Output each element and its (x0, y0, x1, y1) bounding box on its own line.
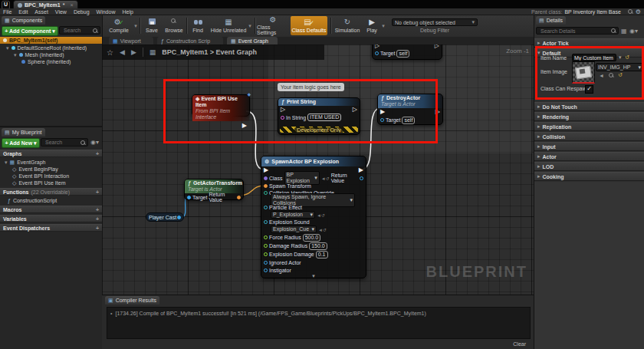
explosion-damage-value[interactable]: 0.1 (316, 251, 328, 258)
play-options-chevron-icon[interactable]: ▾ (381, 16, 386, 35)
menu-view[interactable]: View (55, 9, 67, 15)
variables-section-header[interactable]: Variables+ (0, 215, 102, 222)
section-input[interactable]: ▸Input (534, 142, 644, 151)
sound-dropdown[interactable]: Explosion_Cue▾ (271, 226, 317, 233)
edit-class-icon[interactable]: ⚙ (636, 8, 641, 15)
menu-debug[interactable]: Debug (74, 9, 90, 15)
component-row-scene-root[interactable]: ▾ DefaultSceneRoot (Inherited) (0, 44, 102, 51)
class-browse-reset-icons[interactable]: ◄↺ (321, 176, 330, 181)
force-radius-value[interactable]: 500.0 (303, 234, 321, 242)
actor-pin[interactable] (264, 268, 268, 272)
transform-pin[interactable] (264, 184, 268, 188)
exec-out-pin[interactable]: ▶ (359, 167, 363, 173)
exec-out-pin[interactable]: ▶ (242, 123, 247, 129)
float-pin[interactable] (264, 244, 268, 248)
details-search[interactable] (536, 27, 619, 35)
add-new-button[interactable]: + Add New▾ (2, 138, 40, 148)
compile-options-chevron-icon[interactable]: ▾ (133, 16, 138, 35)
exec-out-pin[interactable]: ▷ (353, 107, 357, 113)
event-bpi-interaction-item[interactable]: ◇ Event BPI Interaction (0, 173, 102, 179)
my-blueprint-panel-tab[interactable]: ▤ My Blueprint (2, 128, 45, 137)
collapse-arrow-icon[interactable]: ▾ (14, 52, 17, 58)
self-value-box[interactable]: self (396, 50, 409, 58)
property-matrix-icon[interactable]: ▦ (621, 28, 627, 35)
clear-log-button[interactable]: Clear (513, 341, 526, 347)
compiler-results-tab[interactable]: ▣ Compiler Results (105, 296, 159, 305)
reset-to-default-icon[interactable]: ↺ (625, 54, 629, 61)
section-actor[interactable]: ▸Actor (534, 152, 644, 161)
node-player-cast-variable[interactable]: Player Cast (146, 212, 184, 222)
browse-button[interactable]: Browse (163, 16, 185, 35)
details-search-input[interactable] (539, 28, 603, 35)
event-begin-play-item[interactable]: ◇ Event BeginPlay (0, 166, 102, 173)
enum-pin[interactable] (264, 191, 268, 195)
asset-browse-reset-icons[interactable]: ◄↺ (317, 212, 325, 218)
reset-to-default-icon[interactable]: ↺ (618, 72, 623, 78)
tab-construction-script[interactable]: ƒ Construction Scrip (157, 37, 223, 44)
components-search[interactable] (59, 26, 100, 35)
menu-file[interactable]: File (3, 9, 12, 15)
back-arrow-icon[interactable]: ◀ (120, 48, 125, 56)
search-icon[interactable] (628, 9, 632, 14)
string-pin[interactable] (281, 116, 284, 120)
exec-out-pin[interactable]: ▷ (435, 109, 440, 115)
favorite-star-icon[interactable]: ☆ (107, 48, 113, 57)
section-cooking[interactable]: ▸Cooking (534, 172, 644, 181)
item-name-input[interactable] (574, 55, 614, 61)
tab-viewport[interactable]: ▦ Viewport (109, 37, 153, 44)
class-settings-button[interactable]: ⚙ Class Settings (257, 16, 289, 35)
section-replication[interactable]: ▸Replication (534, 122, 644, 131)
class-can-respawn-checkbox[interactable]: ✓ (585, 85, 593, 94)
forward-arrow-icon[interactable]: ▶ (131, 48, 136, 56)
section-actor-tick[interactable]: ▸ Actor Tick (534, 38, 644, 48)
tab-event-graph[interactable]: ▦ Event Graph (227, 37, 278, 44)
object-out-pin[interactable] (177, 216, 181, 219)
exec-pin[interactable]: ▷ (435, 44, 439, 49)
section-do-not-touch[interactable]: ▸Do Not Touch (534, 102, 644, 111)
section-lod[interactable]: ▸LOD (534, 162, 644, 171)
my-blueprint-search-input[interactable] (44, 139, 80, 146)
float-pin[interactable] (264, 235, 268, 239)
hide-unrelated-chevron-icon[interactable]: ▾ (248, 16, 252, 35)
event-bpi-use-item-item[interactable]: ◇ Event BPI Use Item (0, 179, 102, 186)
node-print-string[interactable]: ƒ Print String ▷ ▷ In String ITEM USED D… (278, 97, 360, 135)
asset-browse-reset-icons[interactable]: ◄↺ (318, 227, 327, 232)
panel-divider[interactable] (0, 126, 102, 127)
object-pin[interactable] (375, 51, 379, 55)
add-dispatcher-icon[interactable]: + (96, 226, 99, 231)
my-blueprint-search[interactable] (41, 138, 88, 147)
node-event-bpi-use-item[interactable]: ◆ ◈Event BPI Use Item From BPI Item Inte… (192, 94, 250, 117)
menu-edit[interactable]: Edit (18, 9, 28, 15)
item-image-thumbnail[interactable] (572, 61, 595, 84)
compile-button[interactable]: ⚙✓ Compile (106, 16, 132, 35)
menu-asset[interactable]: Asset (34, 9, 48, 15)
add-component-button[interactable]: + Add Component▾ (2, 26, 58, 36)
expand-arrow-icon[interactable]: ▾ (5, 160, 8, 165)
self-value-box[interactable]: self (402, 117, 415, 124)
node-spawn-actor-bp-explosion[interactable]: ⚙ SpawnActor BP Explosion ▶ ▶ Class BP E… (261, 156, 366, 278)
construction-script-item[interactable]: ƒ ConstructionScript (0, 197, 102, 204)
float-pin[interactable] (264, 252, 268, 256)
event-graph-canvas[interactable]: BLUEPRINT ☆ ◀ ▶ ▦ BPC_MyItem1 > Event Gr… (102, 44, 534, 295)
components-search-input[interactable] (62, 27, 93, 34)
exec-in-pin[interactable]: ▶ (264, 167, 268, 173)
exec-in-pin[interactable]: ▶ (380, 109, 385, 115)
collapse-node-arrow-icon[interactable]: ▼ (261, 274, 366, 278)
simulation-button[interactable]: ↻ Simulation (333, 16, 362, 35)
functions-section-header[interactable]: Functions (22 Overridable) + (0, 188, 102, 196)
damage-radius-value[interactable]: 150.0 (309, 242, 327, 250)
section-collision[interactable]: ▸Collision (534, 132, 644, 141)
debug-object-dropdown[interactable]: No debug object selected ▾ (392, 18, 478, 26)
add-function-icon[interactable]: + (96, 189, 99, 195)
target-pin[interactable] (187, 196, 191, 199)
collapse-arrow-icon[interactable]: ▾ (6, 45, 9, 51)
play-button[interactable]: ▶ Play (363, 16, 380, 35)
actor-pin[interactable] (264, 261, 268, 265)
save-button[interactable]: Save (143, 16, 161, 35)
component-row-sphere[interactable]: Sphere (Inherited) (0, 58, 102, 65)
node-top-partial[interactable]: ▷ ▷ Target self (372, 44, 442, 60)
component-row-mesh[interactable]: ▾ Mesh (Inherited) (0, 51, 102, 58)
item-image-asset-dropdown[interactable]: INV_IMG_HP▾ (596, 63, 643, 71)
node-get-actor-transform[interactable]: ƒGetActorTransform Target is Actor Targe… (184, 179, 244, 200)
event-graph-item[interactable]: ▾ ▦ EventGraph (0, 159, 102, 166)
